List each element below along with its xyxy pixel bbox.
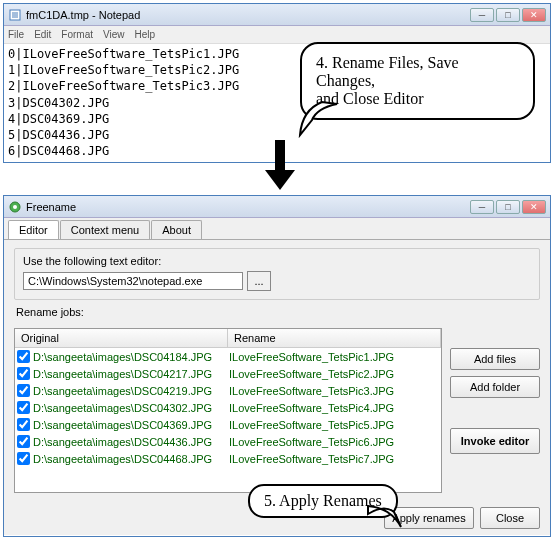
tab-bar: Editor Context menu About (4, 218, 550, 240)
close-button[interactable]: ✕ (522, 8, 546, 22)
freename-icon (8, 200, 22, 214)
rename-jobs-label: Rename jobs: (16, 306, 540, 318)
tab-context-menu[interactable]: Context menu (60, 220, 150, 239)
menu-format[interactable]: Format (61, 29, 93, 40)
cell-original: D:\sangeeta\images\DSC04219.JPG (33, 385, 229, 397)
cell-original: D:\sangeeta\images\DSC04302.JPG (33, 402, 229, 414)
header-rename[interactable]: Rename (228, 329, 441, 347)
menu-file[interactable]: File (8, 29, 24, 40)
cell-rename: ILoveFreeSoftware_TetsPic5.JPG (229, 419, 441, 431)
cell-rename: ILoveFreeSoftware_TetsPic3.JPG (229, 385, 441, 397)
editor-group-label: Use the following text editor: (23, 255, 531, 267)
menu-help[interactable]: Help (135, 29, 156, 40)
table-row[interactable]: D:\sangeeta\images\DSC04369.JPGILoveFree… (15, 416, 441, 433)
svg-point-7 (13, 205, 17, 209)
table-row[interactable]: D:\sangeeta\images\DSC04184.JPGILoveFree… (15, 348, 441, 365)
callout-step5: 5. Apply Renames (248, 484, 398, 518)
window-controls: ─ □ ✕ (470, 200, 546, 214)
notepad-icon (8, 8, 22, 22)
editor-group: Use the following text editor: ... (14, 248, 540, 300)
add-files-button[interactable]: Add files (450, 348, 540, 370)
arrow-down-icon (265, 140, 295, 199)
minimize-button[interactable]: ─ (470, 8, 494, 22)
notepad-titlebar[interactable]: fmC1DA.tmp - Notepad ─ □ ✕ (4, 4, 550, 26)
table-row[interactable]: D:\sangeeta\images\DSC04219.JPGILoveFree… (15, 382, 441, 399)
close-button[interactable]: ✕ (522, 200, 546, 214)
cell-rename: ILoveFreeSoftware_TetsPic1.JPG (229, 351, 441, 363)
maximize-button[interactable]: □ (496, 200, 520, 214)
svg-marker-5 (265, 170, 295, 190)
freename-title: Freename (26, 201, 470, 213)
row-checkbox[interactable] (17, 418, 30, 431)
invoke-editor-button[interactable]: Invoke editor (450, 428, 540, 454)
close-button-bottom[interactable]: Close (480, 507, 540, 529)
table-row[interactable]: D:\sangeeta\images\DSC04468.JPGILoveFree… (15, 450, 441, 467)
cell-rename: ILoveFreeSoftware_TetsPic6.JPG (229, 436, 441, 448)
minimize-button[interactable]: ─ (470, 200, 494, 214)
cell-rename: ILoveFreeSoftware_TetsPic7.JPG (229, 453, 441, 465)
callout-tail-icon (292, 100, 352, 140)
cell-rename: ILoveFreeSoftware_TetsPic4.JPG (229, 402, 441, 414)
notepad-title: fmC1DA.tmp - Notepad (26, 9, 470, 21)
cell-original: D:\sangeeta\images\DSC04184.JPG (33, 351, 229, 363)
callout-step5-text: 5. Apply Renames (264, 492, 382, 509)
row-checkbox[interactable] (17, 367, 30, 380)
freename-titlebar[interactable]: Freename ─ □ ✕ (4, 196, 550, 218)
browse-button[interactable]: ... (247, 271, 271, 291)
cell-original: D:\sangeeta\images\DSC04436.JPG (33, 436, 229, 448)
cell-rename: ILoveFreeSoftware_TetsPic2.JPG (229, 368, 441, 380)
row-checkbox[interactable] (17, 435, 30, 448)
svg-rect-4 (275, 140, 285, 170)
table-row[interactable]: D:\sangeeta\images\DSC04436.JPGILoveFree… (15, 433, 441, 450)
header-original[interactable]: Original (15, 329, 228, 347)
callout-tail-icon (366, 502, 406, 532)
row-checkbox[interactable] (17, 350, 30, 363)
menu-edit[interactable]: Edit (34, 29, 51, 40)
cell-original: D:\sangeeta\images\DSC04468.JPG (33, 453, 229, 465)
tab-editor[interactable]: Editor (8, 220, 59, 239)
add-folder-button[interactable]: Add folder (450, 376, 540, 398)
tab-about[interactable]: About (151, 220, 202, 239)
table-row[interactable]: D:\sangeeta\images\DSC04217.JPGILoveFree… (15, 365, 441, 382)
row-checkbox[interactable] (17, 401, 30, 414)
row-checkbox[interactable] (17, 452, 30, 465)
rename-table: Original Rename D:\sangeeta\images\DSC04… (14, 328, 442, 493)
cell-original: D:\sangeeta\images\DSC04369.JPG (33, 419, 229, 431)
tab-content: Use the following text editor: ... Renam… (4, 240, 550, 501)
row-checkbox[interactable] (17, 384, 30, 397)
cell-original: D:\sangeeta\images\DSC04217.JPG (33, 368, 229, 380)
menu-view[interactable]: View (103, 29, 125, 40)
editor-path-input[interactable] (23, 272, 243, 290)
window-controls: ─ □ ✕ (470, 8, 546, 22)
callout-step4: 4. Rename Files, Save Changes, and Close… (300, 42, 535, 120)
callout-step4-line1: 4. Rename Files, Save Changes, (316, 54, 519, 90)
maximize-button[interactable]: □ (496, 8, 520, 22)
table-row[interactable]: D:\sangeeta\images\DSC04302.JPGILoveFree… (15, 399, 441, 416)
